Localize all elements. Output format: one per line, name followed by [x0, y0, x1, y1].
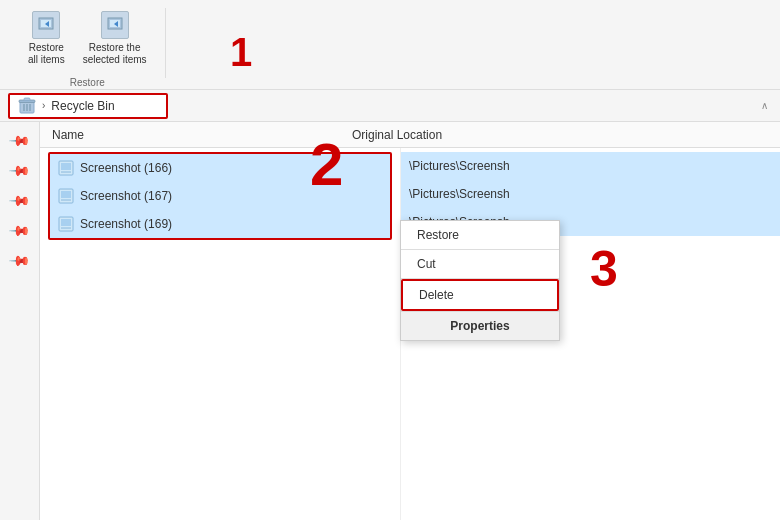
restore-section: Restoreall items Restore theselected ite… [10, 8, 166, 78]
col-name-header: Name [40, 128, 340, 142]
toolbar: Restoreall items Restore theselected ite… [0, 0, 780, 90]
file-icon-2 [58, 188, 74, 204]
restore-selected-icon [101, 11, 129, 39]
breadcrumb[interactable]: › Recycle Bin [8, 93, 168, 119]
address-bar: › Recycle Bin ∧ [0, 90, 780, 122]
file-name-3: Screenshot (169) [80, 217, 172, 231]
orig-loc-column-label: Original Location [352, 128, 442, 142]
main-area: 📌 📌 📌 📌 📌 Name Original Location [0, 122, 780, 520]
restore-all-label: Restoreall items [28, 42, 65, 66]
sidebar: 📌 📌 📌 📌 📌 [0, 122, 40, 520]
orig-loc-1: \Pictures\Screensh [401, 152, 780, 180]
restore-section-label: Restore [70, 73, 105, 88]
annotation-1: 1 [230, 30, 252, 75]
file-icon-1 [58, 160, 74, 176]
context-properties[interactable]: Properties [401, 312, 559, 340]
restore-selected-button[interactable]: Restore theselected items [77, 8, 153, 69]
file-name-2: Screenshot (167) [80, 189, 172, 203]
context-restore-label: Restore [417, 228, 459, 242]
restore-selected-label: Restore theselected items [83, 42, 147, 66]
restore-all-button[interactable]: Restoreall items [22, 8, 71, 69]
file-names-area: Screenshot (166) Screenshot (167) [40, 148, 400, 520]
context-cut[interactable]: Cut [401, 250, 559, 278]
annotation-3: 3 [590, 240, 618, 298]
name-column-label: Name [52, 128, 84, 142]
file-name-1: Screenshot (166) [80, 161, 172, 175]
context-cut-label: Cut [417, 257, 436, 271]
context-delete-label: Delete [419, 288, 454, 302]
sidebar-pin-2: 📌 [5, 156, 33, 184]
sidebar-pin-5: 📌 [5, 246, 33, 274]
col-orig-loc-header: Original Location [340, 128, 780, 142]
recycle-bin-icon [18, 97, 36, 115]
sidebar-pin-4: 📌 [5, 216, 33, 244]
toolbar-buttons: Restoreall items Restore theselected ite… [22, 8, 153, 69]
orig-loc-2: \Pictures\Screensh [401, 180, 780, 208]
svg-rect-19 [61, 219, 71, 226]
svg-rect-13 [61, 163, 71, 170]
context-properties-label: Properties [450, 319, 509, 333]
file-item-3[interactable]: Screenshot (169) [50, 210, 390, 238]
context-delete[interactable]: Delete [401, 279, 559, 311]
context-restore[interactable]: Restore [401, 221, 559, 249]
sort-arrow: ∧ [761, 100, 768, 111]
orig-loc-text-2: \Pictures\Screensh [409, 187, 510, 201]
restore-all-icon [32, 11, 60, 39]
breadcrumb-chevron: › [42, 100, 45, 111]
file-icon-3 [58, 216, 74, 232]
breadcrumb-text: Recycle Bin [51, 99, 114, 113]
sidebar-pin-1: 📌 [5, 126, 33, 154]
svg-rect-16 [61, 191, 71, 198]
svg-rect-8 [24, 98, 30, 101]
annotation-2: 2 [310, 130, 343, 199]
context-menu: Restore Cut Delete Properties [400, 220, 560, 341]
orig-loc-text-1: \Pictures\Screensh [409, 159, 510, 173]
column-headers: Name Original Location [40, 122, 780, 148]
sidebar-pin-3: 📌 [5, 186, 33, 214]
